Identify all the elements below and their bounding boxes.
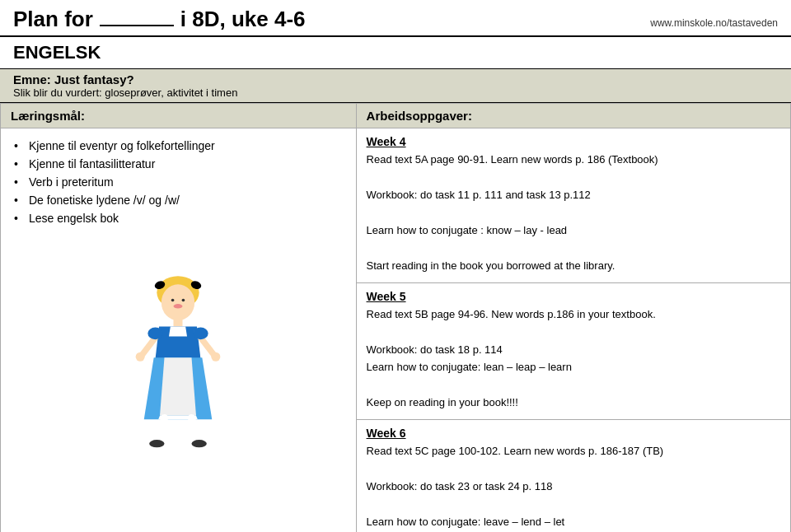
week-6-line-1: Read text 5C page 100-102. Learn new wor… [367, 443, 780, 460]
svg-point-6 [174, 304, 183, 309]
svg-point-3 [161, 284, 194, 320]
right-col-header: Arbeidsoppgaver: [357, 104, 790, 128]
plan-for-text: Plan for [13, 7, 93, 32]
week-4-line-5: Learn how to conjugate : know – lay - le… [367, 222, 780, 239]
subject-title: ENGELSK [13, 42, 778, 63]
list-item: De fonetiske lydene /v/ og /w/ [14, 191, 343, 209]
left-column: Læringsmål: Kjenne til eventyr og folkef… [1, 104, 357, 533]
week-5-line-5 [367, 377, 780, 394]
svg-point-5 [182, 299, 185, 302]
svg-marker-11 [160, 357, 196, 416]
website-url: www.minskole.no/tastaveden [650, 17, 778, 29]
svg-point-16 [212, 352, 221, 362]
emne-subtitle: Slik blir du vurdert: gloseprøver, aktiv… [13, 86, 778, 99]
week-6-line-3: Workbook: do task 23 or task 24 p. 118 [367, 478, 780, 495]
right-col-content: Week 4 Read text 5A page 90-91. Learn ne… [357, 128, 790, 532]
svg-marker-9 [169, 327, 187, 337]
week-5-line-4: Learn how to conjugate: lean – leap – le… [367, 359, 780, 376]
alice-illustration [14, 244, 343, 450]
week-4-line-4 [367, 205, 780, 222]
week-6-section: Week 6 Read text 5C page 100-102. Learn … [357, 420, 790, 533]
emne-section: Emne: Just fantasy? Slik blir du vurdert… [0, 69, 791, 103]
svg-point-4 [171, 299, 175, 302]
list-item: Verb i preteritum [14, 173, 343, 191]
learning-goals-list: Kjenne til eventyr og folkefortellinger … [14, 137, 343, 227]
list-item: Lese engelsk bok [14, 209, 343, 227]
svg-point-19 [149, 440, 164, 447]
svg-point-22 [194, 328, 208, 340]
subject-header: ENGELSK [0, 37, 791, 69]
left-col-header: Læringsmål: [1, 104, 356, 128]
week-4-line-3: Workbook: do task 11 p. 111 and task 13 … [367, 187, 780, 203]
alice-svg-image [112, 268, 244, 450]
week-6-line-2 [367, 460, 780, 477]
svg-rect-7 [174, 319, 183, 326]
week-4-line-6 [367, 240, 780, 257]
svg-point-20 [192, 440, 207, 447]
week-5-line-1: Read text 5B page 94-96. New words p.186… [367, 306, 780, 323]
week-4-section: Week 4 Read text 5A page 90-91. Learn ne… [357, 128, 790, 283]
week-4-label: Week 4 [367, 135, 780, 148]
svg-point-21 [148, 328, 163, 340]
week-5-line-2 [367, 324, 780, 340]
header: Plan for i 8D, uke 4-6 www.minskole.no/t… [0, 0, 791, 37]
week-4-line-7: Start reading in the book you borrowed a… [367, 258, 780, 274]
week-5-line-6: Keep on reading in your book!!!! [367, 394, 780, 411]
main-content-table: Læringsmål: Kjenne til eventyr og folkef… [0, 103, 791, 532]
name-blank [100, 23, 174, 26]
week-5-section: Week 5 Read text 5B page 94-96. New word… [357, 283, 790, 420]
emne-title: Emne: Just fantasy? [13, 72, 778, 86]
week-4-line-2 [367, 170, 780, 186]
week-6-line-4 [367, 496, 780, 512]
left-col-content: Kjenne til eventyr og folkefortellinger … [1, 128, 356, 458]
week-6-text: Read text 5C page 100-102. Learn new wor… [367, 443, 780, 533]
week-4-line-1: Read text 5A page 90-91. Learn new words… [367, 152, 780, 168]
svg-line-18 [192, 418, 197, 441]
header-rest: i 8D, uke 4-6 [180, 7, 306, 32]
week-5-label: Week 5 [367, 290, 780, 303]
right-column: Arbeidsoppgaver: Week 4 Read text 5A pag… [356, 104, 790, 533]
svg-point-15 [136, 352, 145, 362]
week-6-line-5: Learn how to conjugate: leave – lend – l… [367, 514, 780, 530]
list-item: Kjenne til eventyr og folkefortellinger [14, 137, 343, 155]
list-item: Kjenne til fantasilitteratur [14, 155, 343, 173]
week-6-label: Week 6 [367, 427, 780, 440]
header-title: Plan for i 8D, uke 4-6 [13, 7, 650, 32]
week-5-text: Read text 5B page 94-96. New words p.186… [367, 306, 780, 411]
week-5-line-3: Workbook: do task 18 p. 114 [367, 342, 780, 358]
week-4-text: Read text 5A page 90-91. Learn new words… [367, 152, 780, 274]
svg-line-17 [159, 418, 164, 441]
